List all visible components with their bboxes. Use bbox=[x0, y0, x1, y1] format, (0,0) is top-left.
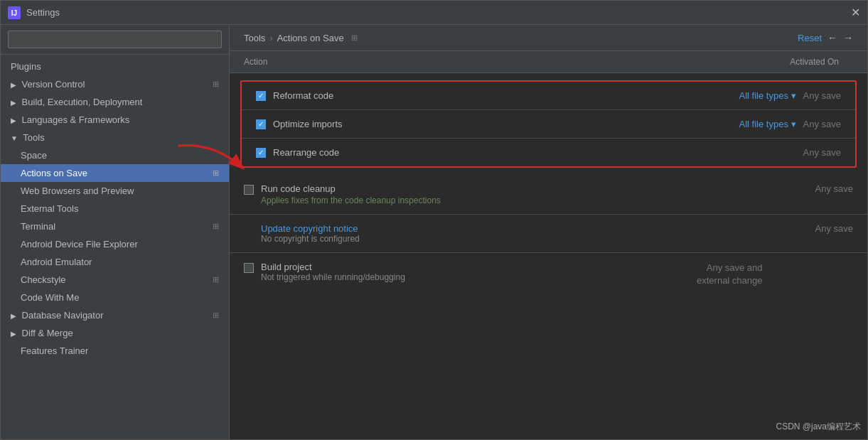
sidebar-item-tools[interactable]: ▼ Tools bbox=[1, 129, 229, 146]
sidebar-item-terminal[interactable]: Terminal ⊞ bbox=[1, 218, 229, 235]
build-activated-on: Any save andexternal change bbox=[697, 262, 763, 287]
rearrange-activated-on: Any save bbox=[803, 147, 841, 158]
external-tools-label: External Tools bbox=[21, 203, 78, 214]
copyright-labels: Update copyright notice No copyright is … bbox=[261, 223, 697, 244]
settings-icon-vc: ⊞ bbox=[213, 80, 219, 89]
terminal-label: Terminal bbox=[21, 221, 55, 232]
optimize-file-type[interactable]: All file types ▾ bbox=[739, 119, 796, 129]
search-input[interactable] bbox=[8, 31, 222, 48]
reset-button[interactable]: Reset bbox=[798, 33, 822, 43]
checkbox-optimize[interactable] bbox=[256, 119, 266, 129]
expand-icon-build: ▶ bbox=[11, 99, 16, 107]
expand-icon-lang: ▶ bbox=[11, 117, 16, 124]
app-icon: IJ bbox=[8, 6, 21, 19]
reformat-file-type[interactable]: All file types ▾ bbox=[739, 90, 796, 101]
forward-button[interactable]: → bbox=[843, 32, 853, 43]
sidebar-item-database-navigator[interactable]: ▶ Database Navigator ⊞ bbox=[1, 306, 229, 324]
reformat-activated-on: Any save bbox=[803, 90, 841, 101]
close-button[interactable]: ✕ bbox=[851, 7, 860, 18]
sidebar-item-checkstyle[interactable]: Checkstyle ⊞ bbox=[1, 271, 229, 289]
settings-icon-terminal: ⊞ bbox=[213, 222, 219, 231]
action-row-cleanup: Run code cleanup Applies fixes from the … bbox=[230, 175, 867, 215]
sidebar: Plugins ▶ Version Control ⊞ ▶ Build, Exe… bbox=[1, 25, 230, 439]
features-trainer-label: Features Trainer bbox=[21, 345, 88, 356]
sidebar-item-features-trainer[interactable]: Features Trainer bbox=[1, 342, 229, 360]
breadcrumb-current: Actions on Save bbox=[277, 33, 344, 43]
content-header: Tools › Actions on Save ⊞ Reset ← → bbox=[230, 25, 867, 51]
sidebar-item-android-file[interactable]: Android Device File Explorer bbox=[1, 235, 229, 253]
action-row-optimize: Optimize imports All file types ▾ Any sa… bbox=[242, 110, 855, 139]
expand-icon-tools: ▼ bbox=[11, 134, 18, 142]
tools-label: ▼ Tools bbox=[11, 132, 45, 143]
titlebar-left: IJ Settings bbox=[8, 6, 60, 19]
space-label: Space bbox=[21, 150, 47, 161]
checkbox-reformat[interactable] bbox=[256, 91, 266, 101]
breadcrumb: Tools › Actions on Save ⊞ bbox=[244, 33, 358, 43]
sidebar-item-plugins[interactable]: Plugins bbox=[1, 58, 229, 75]
table-header: Action Activated On bbox=[230, 51, 867, 73]
window-title: Settings bbox=[26, 7, 60, 18]
rearrange-right: Any save bbox=[685, 147, 841, 158]
copyright-label[interactable]: Update copyright notice bbox=[261, 223, 697, 234]
content-body: Reformat code All file types ▾ Any save … bbox=[230, 73, 867, 439]
sidebar-item-languages[interactable]: ▶ Languages & Frameworks bbox=[1, 111, 229, 129]
highlighted-section: Reformat code All file types ▾ Any save … bbox=[240, 80, 857, 168]
code-with-me-label: Code With Me bbox=[21, 292, 79, 303]
settings-window: IJ Settings ✕ Plugins ▶ Version Control bbox=[0, 0, 868, 440]
content-panel: Tools › Actions on Save ⊞ Reset ← → Acti… bbox=[230, 25, 867, 439]
build-right: Any save andexternal change bbox=[697, 262, 853, 287]
cleanup-right: Any save bbox=[697, 183, 853, 194]
expand-icon-db: ▶ bbox=[11, 312, 16, 320]
sidebar-nav: Plugins ▶ Version Control ⊞ ▶ Build, Exe… bbox=[1, 55, 229, 439]
checkbox-rearrange[interactable] bbox=[256, 148, 266, 158]
reformat-right: All file types ▾ Any save bbox=[685, 90, 841, 101]
search-bar bbox=[1, 25, 229, 55]
database-navigator-label: ▶ Database Navigator bbox=[11, 310, 104, 321]
sidebar-item-android-emulator[interactable]: Android Emulator bbox=[1, 253, 229, 271]
build-sublabel: Not triggered while running/debugging bbox=[261, 272, 697, 282]
sidebar-item-diff-merge[interactable]: ▶ Diff & Merge bbox=[1, 324, 229, 342]
sidebar-item-space[interactable]: Space bbox=[1, 146, 229, 164]
optimize-right: All file types ▾ Any save bbox=[685, 119, 841, 129]
sidebar-item-web-browsers[interactable]: Web Browsers and Preview bbox=[1, 182, 229, 200]
col-activated-header: Activated On bbox=[711, 57, 853, 67]
actions-on-save-label: Actions on Save bbox=[21, 168, 87, 178]
checkstyle-label: Checkstyle bbox=[21, 274, 66, 285]
web-browsers-label: Web Browsers and Preview bbox=[21, 186, 134, 196]
copyright-activated-on: Any save bbox=[815, 223, 853, 234]
breadcrumb-parent[interactable]: Tools bbox=[244, 33, 265, 43]
main-content: Plugins ▶ Version Control ⊞ ▶ Build, Exe… bbox=[1, 25, 867, 439]
copyright-sublabel: No copyright is configured bbox=[261, 234, 697, 244]
build-label: Build project bbox=[261, 262, 697, 272]
settings-icon-checkstyle: ⊞ bbox=[213, 275, 219, 284]
settings-icon-aos: ⊞ bbox=[213, 168, 219, 178]
action-row-build: Build project Not triggered while runnin… bbox=[230, 253, 867, 296]
expand-icon: ▶ bbox=[11, 81, 16, 89]
sidebar-item-actions-on-save[interactable]: Actions on Save ⊞ bbox=[1, 164, 229, 182]
languages-label: ▶ Languages & Frameworks bbox=[11, 114, 129, 125]
breadcrumb-separator: › bbox=[269, 33, 272, 43]
reformat-label: Reformat code bbox=[273, 90, 685, 101]
checkbox-build[interactable] bbox=[244, 263, 254, 273]
build-labels: Build project Not triggered while runnin… bbox=[261, 262, 697, 282]
expand-icon-diff: ▶ bbox=[11, 330, 16, 338]
plugins-label: Plugins bbox=[11, 61, 41, 72]
breadcrumb-icon: ⊞ bbox=[351, 33, 358, 43]
svg-text:IJ: IJ bbox=[11, 9, 17, 17]
build-label: ▶ Build, Execution, Deployment bbox=[11, 97, 142, 107]
back-button[interactable]: ← bbox=[827, 32, 837, 43]
version-control-label: ▶ Version Control bbox=[11, 79, 85, 90]
watermark: CSDN @java编程艺术 bbox=[776, 421, 861, 433]
col-action-header: Action bbox=[244, 57, 711, 67]
cleanup-label: Run code cleanup bbox=[261, 183, 697, 194]
sidebar-item-build[interactable]: ▶ Build, Execution, Deployment bbox=[1, 93, 229, 111]
cleanup-activated-on: Any save bbox=[815, 183, 853, 194]
checkbox-cleanup[interactable] bbox=[244, 185, 254, 195]
action-row-rearrange: Rearrange code Any save bbox=[242, 139, 855, 166]
sidebar-item-version-control[interactable]: ▶ Version Control ⊞ bbox=[1, 75, 229, 93]
sidebar-item-code-with-me[interactable]: Code With Me bbox=[1, 289, 229, 306]
sidebar-item-external-tools[interactable]: External Tools bbox=[1, 200, 229, 218]
diff-merge-label: ▶ Diff & Merge bbox=[11, 328, 73, 338]
optimize-label: Optimize imports bbox=[273, 119, 685, 129]
settings-icon-db: ⊞ bbox=[213, 311, 219, 320]
